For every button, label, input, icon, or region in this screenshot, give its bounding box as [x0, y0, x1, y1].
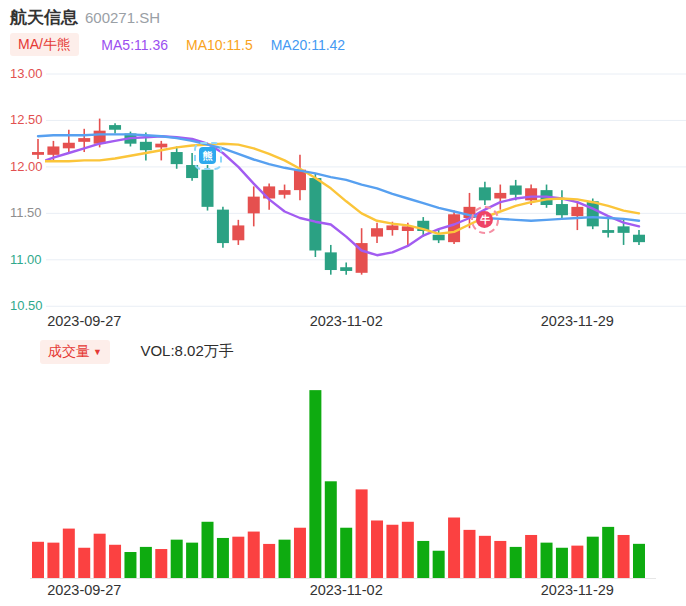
candle-body[interactable] [325, 252, 337, 270]
volume-bar[interactable] [63, 529, 75, 578]
volume-bar[interactable] [140, 547, 152, 578]
volume-bar[interactable] [556, 548, 568, 578]
kline-and-volume-canvas[interactable] [0, 0, 686, 606]
volume-bar[interactable] [525, 535, 537, 578]
candle-body[interactable] [340, 267, 352, 271]
candle-body[interactable] [571, 207, 583, 216]
candle-body[interactable] [386, 225, 398, 230]
candle-body[interactable] [510, 185, 522, 194]
volume-bar[interactable] [479, 536, 491, 578]
volume-bar[interactable] [109, 545, 121, 578]
volume-bar[interactable] [171, 540, 183, 578]
volume-dropdown-chip[interactable]: 成交量▼ [40, 340, 110, 364]
candle-body[interactable] [556, 204, 568, 215]
volume-bar[interactable] [402, 522, 414, 578]
volume-bar[interactable] [294, 528, 306, 578]
candle-body[interactable] [602, 230, 614, 233]
volume-bar[interactable] [248, 532, 260, 578]
candle-body[interactable] [309, 178, 321, 250]
candle-body[interactable] [279, 190, 291, 195]
volume-bar[interactable] [217, 538, 229, 578]
date-tick-label: 2023-11-29 [541, 313, 614, 329]
volume-bar[interactable] [417, 541, 429, 578]
volume-bar[interactable] [325, 481, 337, 578]
price-tick-label: 10.50 [10, 298, 45, 313]
volume-bar[interactable] [124, 552, 136, 578]
candle-body[interactable] [433, 235, 445, 241]
date-tick-label: 2023-11-29 [541, 582, 614, 598]
date-tick-label: 2023-09-27 [47, 582, 121, 598]
volume-bar[interactable] [433, 551, 445, 578]
bull-icon: 牛 [476, 211, 493, 228]
volume-bar[interactable] [155, 549, 167, 578]
volume-bar[interactable] [463, 530, 475, 578]
candle-body[interactable] [140, 142, 152, 150]
candle-body[interactable] [217, 210, 229, 243]
candle-body[interactable] [448, 214, 460, 242]
volume-bar[interactable] [633, 544, 645, 578]
price-tick-label: 13.00 [10, 66, 45, 81]
candle-body[interactable] [494, 193, 506, 199]
candle-body[interactable] [232, 225, 244, 240]
candle-body[interactable] [633, 235, 645, 242]
volume-bar[interactable] [47, 543, 59, 578]
date-tick-label: 2023-11-02 [310, 582, 383, 598]
volume-header-row: 成交量▼ VOL:8.02万手 [40, 340, 234, 364]
candle-body[interactable] [78, 138, 90, 142]
candle-body[interactable] [587, 201, 599, 226]
volume-readout: VOL:8.02万手 [140, 342, 233, 361]
candle-body[interactable] [155, 144, 167, 148]
price-tick-label: 12.50 [10, 112, 45, 127]
volume-bar[interactable] [309, 390, 321, 578]
price-tick-label: 11.50 [10, 205, 44, 220]
volume-bar[interactable] [32, 542, 44, 578]
volume-bar[interactable] [279, 540, 291, 578]
volume-bar[interactable] [356, 489, 368, 578]
volume-bar[interactable] [202, 522, 214, 578]
volume-bar[interactable] [186, 543, 198, 578]
candle-body[interactable] [171, 152, 183, 164]
volume-bar[interactable] [618, 535, 630, 578]
candle-body[interactable] [525, 188, 537, 200]
volume-bar[interactable] [340, 528, 352, 578]
volume-bar[interactable] [263, 544, 275, 578]
volume-dropdown-label: 成交量 [48, 343, 90, 359]
chevron-down-icon: ▼ [93, 347, 102, 357]
stock-chart-app: 航天信息600271.SH MA/牛熊 MA5:11.36MA10:11.5MA… [0, 0, 686, 606]
volume-bar[interactable] [232, 537, 244, 578]
volume-bar[interactable] [494, 541, 506, 578]
volume-bar[interactable] [94, 534, 106, 578]
volume-bar[interactable] [448, 518, 460, 578]
candle-body[interactable] [63, 143, 75, 149]
candle-body[interactable] [248, 197, 260, 214]
volume-bar[interactable] [587, 537, 599, 578]
date-tick-label: 2023-11-02 [310, 313, 383, 329]
candle-body[interactable] [47, 146, 59, 154]
volume-bar[interactable] [602, 527, 614, 578]
volume-bar[interactable] [386, 525, 398, 578]
candle-body[interactable] [371, 228, 383, 236]
volume-bar[interactable] [510, 547, 522, 578]
price-tick-label: 11.00 [10, 252, 44, 267]
bull-signal-marker[interactable]: 牛 [471, 206, 499, 234]
candle-body[interactable] [294, 170, 306, 190]
volume-bar[interactable] [78, 548, 90, 578]
volume-bar[interactable] [541, 543, 553, 578]
price-tick-label: 12.00 [10, 159, 45, 174]
date-tick-label: 2023-09-27 [47, 313, 121, 329]
candle-body[interactable] [618, 226, 630, 233]
candle-body[interactable] [32, 152, 44, 155]
candle-body[interactable] [109, 125, 121, 130]
volume-bar[interactable] [571, 546, 583, 578]
ma-line-ma20 [38, 134, 639, 220]
candle-body[interactable] [202, 170, 214, 207]
bear-icon: 熊 [199, 147, 216, 164]
volume-bar[interactable] [371, 520, 383, 578]
bear-signal-marker[interactable]: 熊 [194, 142, 222, 170]
candle-body[interactable] [479, 187, 491, 200]
